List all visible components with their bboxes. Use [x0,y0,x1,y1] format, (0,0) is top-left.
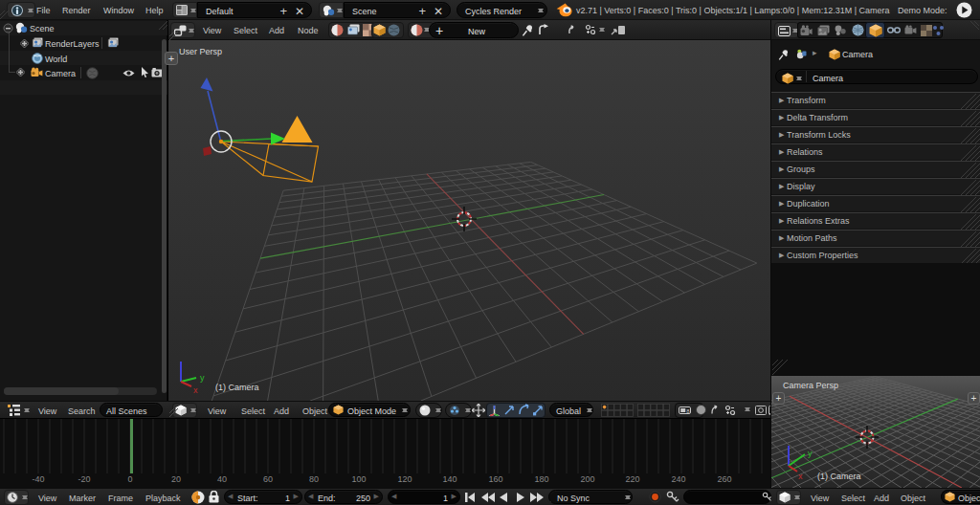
svg-text:100: 100 [351,474,366,484]
svg-text:40: 40 [217,474,227,484]
svg-text:x: x [193,385,198,395]
svg-text:140: 140 [442,474,457,484]
svg-text:20: 20 [171,474,181,484]
svg-text:x: x [798,472,803,481]
svg-text:y: y [808,449,813,458]
svg-text:60: 60 [263,474,273,484]
svg-text:240: 240 [671,474,685,484]
svg-text:-40: -40 [32,474,44,484]
svg-text:220: 220 [625,474,639,484]
svg-text:160: 160 [488,474,502,484]
svg-text:-20: -20 [78,474,90,484]
svg-text:260: 260 [717,474,731,484]
svg-text:200: 200 [580,474,594,484]
svg-text:y: y [200,373,205,383]
svg-text:180: 180 [534,474,548,484]
svg-text:120: 120 [397,474,412,484]
svg-text:8: 8 [686,408,690,414]
svg-text:0: 0 [127,474,132,484]
svg-text:80: 80 [309,474,319,484]
